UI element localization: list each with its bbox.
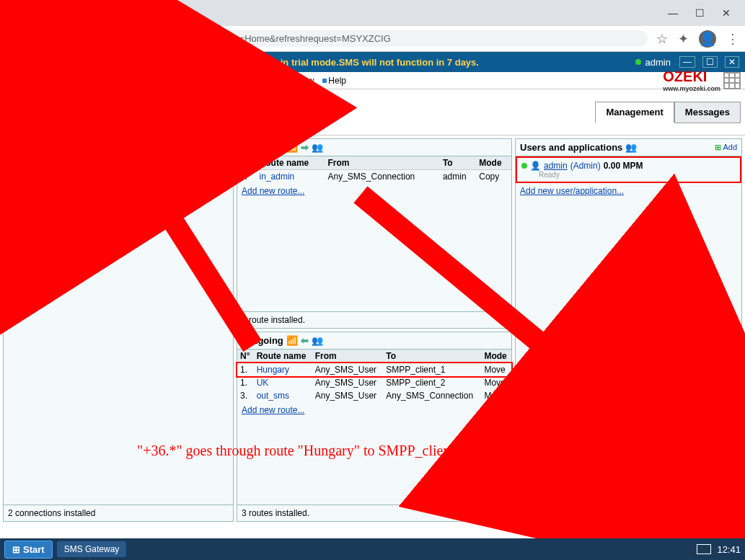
status-dot-icon — [521, 163, 527, 169]
tab-bar: OZEKI 10 (192.168.0.113) × + — ☐ ✕ — [0, 0, 745, 26]
apps-icon: 🗄 — [188, 99, 203, 117]
logo[interactable]: OZEKI www.myozeki.com — [663, 68, 741, 92]
messages-button[interactable]: 🗀Messages — [86, 96, 129, 128]
app-user[interactable]: admin — [635, 57, 671, 68]
status-text: Ready — [539, 171, 736, 179]
connection-link[interactable]: SMPP_client_2 — [30, 187, 89, 197]
reload-icon[interactable]: ⟳ — [49, 31, 60, 47]
incoming-header: Incoming 📶 ➡ 👥 — [237, 139, 511, 156]
close-icon[interactable]: × — [139, 9, 145, 21]
profile-icon[interactable]: 👤 — [699, 30, 716, 48]
connections-panel: Connections 📶 Add 📡 SMPP_client_1 (SMPP … — [3, 138, 234, 522]
url-path: :9515/SMS+Gateway/?a=Home&refreshrequest… — [137, 33, 391, 44]
table-row[interactable]: 1.HungaryAny_SMS_UserSMPP_client_1Move — [237, 363, 511, 377]
start-icon: ⊞ — [12, 544, 20, 555]
forward-icon[interactable]: → — [27, 31, 40, 46]
menu-service-provider-connections[interactable]: Service provider connections — [62, 76, 179, 86]
star-icon[interactable]: ☆ — [656, 31, 668, 47]
browser-tab[interactable]: OZEKI 10 (192.168.0.113) × — [6, 5, 154, 25]
tab-management[interactable]: Management — [595, 102, 674, 123]
connection-item[interactable]: 📡 SMPP_client_2 (SMPP client) 0.00 MPMRe… — [4, 184, 233, 208]
app-window-controls: — ☐ ✕ — [679, 56, 739, 68]
add-new-user-link[interactable]: Add new user/application... — [520, 186, 737, 196]
status-dot-icon — [8, 189, 14, 195]
taskbar-app[interactable]: SMS Gateway — [57, 541, 127, 557]
close-icon[interactable]: ✕ — [725, 56, 739, 68]
table-row[interactable]: 1.in_adminAny_SMS_ConnectionadminCopy — [237, 170, 511, 184]
menu-edit[interactable]: Edit — [32, 76, 53, 86]
menu-users-and-applications[interactable]: Users and applications — [188, 76, 281, 86]
menu-icon[interactable]: ⋮ — [726, 31, 739, 47]
maximize-icon[interactable]: ☐ — [702, 56, 718, 68]
arrow-right-icon: ➡ — [301, 142, 309, 153]
tab-title: OZEKI 10 (192.168.0.113) — [32, 10, 133, 20]
extension-icon[interactable]: ✦ — [678, 31, 689, 47]
status-text: Ready — [27, 172, 227, 179]
maximize-icon[interactable]: ☐ — [695, 7, 705, 19]
back-icon[interactable]: ← — [6, 31, 19, 46]
new-icon: ✉ — [59, 99, 71, 117]
add-connection-link[interactable]: Add — [206, 143, 229, 153]
new-button[interactable]: ✉New — [47, 96, 83, 128]
new-tab-button[interactable]: + — [159, 6, 167, 21]
add-new-connection-link[interactable]: Add new connection... — [8, 210, 229, 221]
url-host: localhost — [94, 33, 131, 44]
connections-header: Connections 📶 Add — [4, 139, 233, 157]
advanced-button[interactable]: ⚙Advanced — [261, 96, 303, 128]
home-button[interactable]: ⌂Home — [4, 96, 40, 128]
main-area: Connections 📶 Add 📡 SMPP_client_1 (SMPP … — [0, 135, 745, 525]
routes-icon: ⇄ — [228, 99, 240, 117]
add-user-link[interactable]: Add — [715, 143, 737, 152]
url-input[interactable]: 🔒 localhost:9515/SMS+Gateway/?a=Home&ref… — [69, 30, 648, 47]
users-footer: 2 users/applications installed — [516, 505, 741, 521]
table-row[interactable]: 1.UKAny_SMS_UserSMPP_client_2Move — [237, 376, 511, 389]
start-label: Start — [23, 544, 45, 555]
incoming-table: N° Route name From To Mode 1.in_adminAny… — [237, 156, 511, 183]
users-panel: Users and applications 👥 Add 👤 admin (Ad… — [515, 138, 742, 522]
users-icon: 👥 — [625, 142, 637, 153]
keyboard-icon[interactable] — [697, 544, 711, 554]
col-from: From — [312, 350, 384, 363]
messages-icon: 🗀 — [100, 99, 115, 117]
menu-view[interactable]: View — [290, 76, 314, 86]
add-outgoing-route-link[interactable]: Add new route... — [242, 405, 507, 415]
routes-column: Incoming 📶 ➡ 👥 N° Route name From To Mod… — [237, 138, 512, 522]
tab-messages[interactable]: Messages — [674, 102, 741, 123]
antenna-icon: 📶 — [286, 335, 298, 346]
user-link[interactable]: admin — [544, 161, 568, 171]
user-icon: 👤 — [530, 161, 541, 171]
outgoing-title: Outgoing — [242, 335, 283, 346]
incoming-footer: 1 route installed. — [237, 311, 511, 328]
col-num: N° — [237, 350, 254, 363]
add-incoming-route-link[interactable]: Add new route... — [242, 186, 507, 196]
users-icon: 👥 — [312, 142, 323, 153]
antenna-icon: 📶 — [68, 142, 80, 154]
address-bar: ← → ⟳ 🔒 localhost:9515/SMS+Gateway/?a=Ho… — [0, 26, 745, 52]
annotation-text: "+36.*" goes through route "Hungary" to … — [137, 443, 469, 459]
connect-button[interactable]: 📡Connect — [138, 96, 175, 128]
logo-url: www.myozeki.com — [663, 85, 720, 92]
user-item[interactable]: 👤 admin (Admin) 0.00 MPMReady — [516, 156, 741, 183]
minimize-icon[interactable]: — — [679, 56, 695, 68]
menu-file[interactable]: File — [4, 76, 24, 86]
app-titlebar: SMS SMS Gateway - 192.168.0.113 - SMS: S… — [0, 52, 745, 72]
time-label: 12:41 — [717, 544, 741, 555]
connection-item[interactable]: 📡 SMPP_client_1 (SMPP client) 0.00 MPMRe… — [4, 157, 233, 184]
col-to: To — [440, 156, 476, 170]
clock: 12:41 — [697, 544, 741, 555]
minimize-icon[interactable]: — — [668, 7, 678, 19]
table-row[interactable]: 3.out_smsAny_SMS_UserAny_SMS_ConnectionM… — [237, 389, 511, 402]
users-header: Users and applications 👥 Add — [516, 139, 741, 156]
arrow-left-icon: ⬅ — [301, 335, 309, 346]
routes-button[interactable]: ⇄Routes — [216, 96, 252, 128]
apps-button[interactable]: 🗄Apps — [177, 96, 213, 128]
app-ip: 192.168.0.113 — [92, 57, 151, 68]
close-icon[interactable]: ✕ — [722, 7, 731, 19]
status-dot-icon — [635, 59, 641, 65]
antenna-icon: 📶 — [286, 142, 298, 153]
browser-chrome: OZEKI 10 (192.168.0.113) × + — ☐ ✕ ← → ⟳… — [0, 0, 745, 52]
connection-link[interactable]: SMPP_client_1 — [32, 161, 91, 172]
menu-help[interactable]: Help — [322, 76, 346, 86]
app-title: SMS Gateway — [27, 57, 89, 68]
start-button[interactable]: ⊞ Start — [4, 541, 53, 559]
